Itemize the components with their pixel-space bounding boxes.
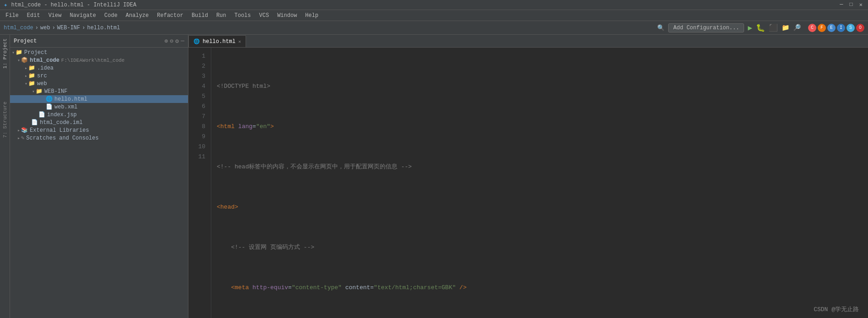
tree-item-project[interactable]: ▾ 📁 Project xyxy=(10,49,188,56)
code-content[interactable]: <!DOCTYPE html> <html lang="en"> <!-- he… xyxy=(211,48,868,318)
menu-help[interactable]: Help xyxy=(301,11,322,20)
project-tree: ▾ 📁 Project ▾ 📦 html_code F:\IDEAWork\ht… xyxy=(10,48,188,318)
tree-item-index-jsp[interactable]: 📄 index.jsp xyxy=(10,111,188,119)
line-num-2: 2 xyxy=(188,61,205,71)
tree-label: hello.html xyxy=(54,96,87,102)
panel-hide-icon[interactable]: — xyxy=(181,38,184,45)
line-num-7: 7 xyxy=(188,112,205,122)
arrow-icon: ▸ xyxy=(17,135,20,141)
sidebar-tabs: 1: Project 7: Structure xyxy=(0,35,10,318)
menu-vcs[interactable]: VCS xyxy=(256,11,273,20)
open-file-icon[interactable]: 📁 xyxy=(782,24,789,32)
edge-icon[interactable]: E xyxy=(827,24,836,32)
panel-icons: ⊕ ⊖ ⚙ — xyxy=(165,38,184,45)
arrow-icon: ▸ xyxy=(25,73,27,79)
tree-item-scratches[interactable]: ▸ ✎ Scratches and Consoles xyxy=(10,134,188,142)
menu-edit[interactable]: Edit xyxy=(23,11,44,20)
stop-button[interactable]: ⬛ xyxy=(769,23,778,32)
title-text: html_code - hello.html - IntelliJ IDEA xyxy=(11,2,136,8)
menu-view[interactable]: View xyxy=(45,11,65,20)
tree-label: src xyxy=(37,73,47,79)
arrow-icon: ▸ xyxy=(17,128,20,133)
menu-tools[interactable]: Tools xyxy=(231,11,255,20)
code-line-2: <html lang="en"> xyxy=(217,122,863,132)
panel-settings-icon[interactable]: ⚙ xyxy=(175,38,179,45)
code-line-1: <!DOCTYPE html> xyxy=(217,81,863,92)
tree-item-hello-html[interactable]: 🌐 hello.html xyxy=(10,95,188,103)
tab-close-button[interactable]: ✕ xyxy=(238,39,241,44)
menu-window[interactable]: Window xyxy=(273,11,300,20)
ie-icon[interactable]: I xyxy=(837,24,845,32)
menu-analyze[interactable]: Analyze xyxy=(122,11,152,20)
menu-refactor[interactable]: Refactor xyxy=(153,11,187,20)
tree-label: html_code xyxy=(30,57,59,64)
html-file-icon: 🌐 xyxy=(46,96,53,102)
tree-label: Scratches and Consoles xyxy=(26,135,98,141)
tree-item-src[interactable]: ▸ 📁 src xyxy=(10,72,188,80)
editor-area: 🌿 🌐 hello.html ✕ 1 2 3 4 5 6 7 8 9 10 11 xyxy=(188,35,868,318)
line-num-11: 11 xyxy=(188,152,205,162)
minimize-button[interactable]: — xyxy=(838,1,845,8)
tree-item-external-libraries[interactable]: ▸ 📚 External Libraries xyxy=(10,126,188,134)
tab-structure[interactable]: 7: Structure xyxy=(1,100,9,140)
safari-icon[interactable]: S xyxy=(847,24,855,32)
collapse-all-icon[interactable]: ⊖ xyxy=(170,38,174,45)
tree-label: .idea xyxy=(37,65,54,71)
editor-tabs: 🌐 hello.html ✕ xyxy=(188,35,868,48)
line-num-9: 9 xyxy=(188,132,205,142)
line-num-1: 1 xyxy=(188,51,205,61)
title-left: ✦ html_code - hello.html - IntelliJ IDEA xyxy=(4,1,136,9)
menu-navigate[interactable]: Navigate xyxy=(66,11,100,20)
line-num-8: 8 xyxy=(188,122,205,132)
breadcrumb-web[interactable]: web xyxy=(40,25,50,31)
magnify-icon[interactable]: 🔎 xyxy=(793,24,801,32)
webinf-folder-icon: 📁 xyxy=(36,88,43,95)
arrow-icon: ▸ xyxy=(25,65,27,71)
tab-project[interactable]: 1: Project xyxy=(1,37,9,70)
code-editor[interactable]: 1 2 3 4 5 6 7 8 9 10 11 <!DOCTYPE html> … xyxy=(188,48,868,318)
tree-item-html-code-iml[interactable]: 📄 html_code.iml xyxy=(10,119,188,126)
menu-run[interactable]: Run xyxy=(213,11,230,20)
tab-label: hello.html xyxy=(203,38,236,45)
search-everywhere-icon[interactable]: 🔍 xyxy=(657,24,664,32)
title-controls: — □ ✕ xyxy=(838,1,864,8)
tree-label: Project xyxy=(24,49,47,56)
opera-icon[interactable]: O xyxy=(856,24,864,32)
menu-code[interactable]: Code xyxy=(101,11,121,20)
folder-icon: 📁 xyxy=(28,65,35,71)
chrome-icon[interactable]: C xyxy=(808,24,816,32)
expand-all-icon[interactable]: ⊕ xyxy=(165,38,168,45)
jsp-file-icon: 📄 xyxy=(38,111,45,118)
arrow-icon: ▾ xyxy=(32,89,35,94)
tab-icon: 🌐 xyxy=(193,38,200,44)
run-configuration[interactable]: Add Configuration... xyxy=(668,23,744,32)
arrow-icon: ▾ xyxy=(17,58,20,63)
menu-build[interactable]: Build xyxy=(188,11,212,20)
maximize-button[interactable]: □ xyxy=(848,1,855,8)
close-button[interactable]: ✕ xyxy=(857,1,864,8)
line-num-4: 4 xyxy=(188,81,205,92)
tree-label: web.xml xyxy=(54,104,77,110)
line-num-10: 10 xyxy=(188,142,205,152)
code-line-5: <!-- 设置网 页编码方式 --> xyxy=(217,243,863,253)
project-panel: Project ⊕ ⊖ ⚙ — ▾ 📁 Project ▾ 📦 html_cod… xyxy=(10,35,188,318)
tree-label: html_code.iml xyxy=(40,119,83,126)
run-button[interactable]: ▶ xyxy=(748,23,752,32)
tree-item-web-xml[interactable]: 📄 web.xml xyxy=(10,103,188,111)
toolbar: html_code › web › WEB-INF › hello.html 🔍… xyxy=(0,21,868,35)
menu-file[interactable]: File xyxy=(2,11,22,20)
tree-item-idea[interactable]: ▸ 📁 .idea xyxy=(10,64,188,72)
project-icon: 📁 xyxy=(16,49,22,56)
tab-hello-html[interactable]: 🌐 hello.html ✕ xyxy=(188,35,246,47)
breadcrumb-html-code[interactable]: html_code xyxy=(4,25,33,31)
module-icon: 📦 xyxy=(21,57,28,64)
tree-item-html-code[interactable]: ▾ 📦 html_code F:\IDEAWork\html_code xyxy=(10,56,188,64)
breadcrumb-hello-html[interactable]: hello.html xyxy=(87,25,120,31)
firefox-icon[interactable]: F xyxy=(818,24,826,32)
tree-item-web[interactable]: ▾ 📁 web xyxy=(10,80,188,87)
tree-item-web-inf[interactable]: ▾ 📁 WEB-INF xyxy=(10,87,188,95)
breadcrumb-web-inf[interactable]: WEB-INF xyxy=(57,25,80,31)
browser-icons: C F E I S O xyxy=(808,24,864,32)
web-folder-icon: 📁 xyxy=(28,80,35,87)
debug-button[interactable]: 🐛 xyxy=(756,23,765,32)
